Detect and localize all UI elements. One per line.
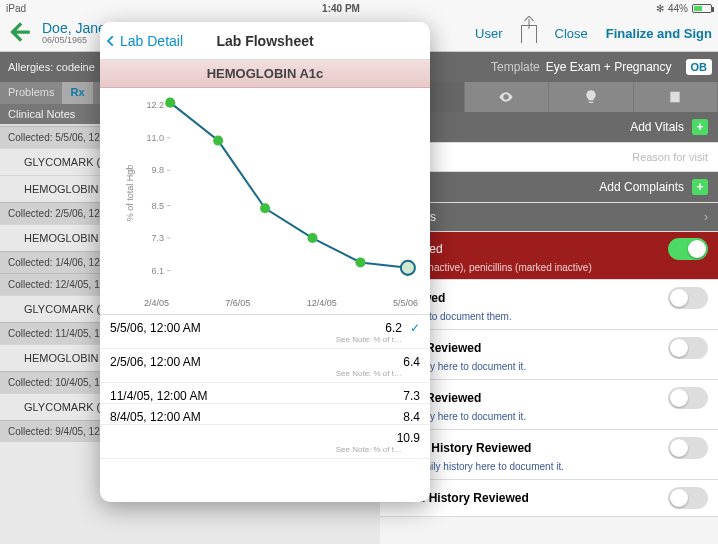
add-complaints-row[interactable]: Add Complaints + [380,172,718,203]
close-button[interactable]: Close [555,26,588,41]
family-history-row[interactable]: Family History Reviewed Drag family hist… [380,430,718,480]
seg-calendar-icon[interactable] [634,82,719,112]
allergies-reviewed-row[interactable]: Reviewed marked inactive), penicillins (… [380,232,718,280]
popover-back-button[interactable]: Lab Detail [100,33,183,49]
device-label: iPad [6,3,26,14]
flowsheet-row[interactable]: 10.9See Note: % of t… [100,425,430,459]
toggle-switch[interactable] [668,487,708,509]
systems-row[interactable]: Systems › [380,203,718,232]
toggle-switch[interactable] [668,287,708,309]
patient-block[interactable]: Doe, Jane 06/05/1965 [42,21,106,46]
svg-point-14 [260,203,270,213]
svg-text:8.5: 8.5 [152,201,165,211]
allergies-value[interactable]: codeine [56,61,95,73]
reviewed-row[interactable]: istory Reviewedcal history here to docum… [380,380,718,430]
encounter-panel: Add Vitals + Visit Reason for visit Add … [380,82,718,544]
svg-text:6.1: 6.1 [152,266,165,276]
patient-name: Doe, Jane [42,21,106,36]
svg-point-16 [355,257,365,267]
chart-ylabel: % of total Hgb [125,165,135,222]
svg-text:9.8: 9.8 [152,165,165,175]
finalize-button[interactable]: Finalize and Sign [606,26,712,41]
toggle-switch[interactable] [668,238,708,260]
chart-xlabels: 2/4/057/6/0512/4/055/5/06 [100,298,430,314]
flowsheet-row[interactable]: 8/4/05, 12:00 AM8.4 [100,404,430,425]
svg-point-17 [401,261,415,275]
template-label: Template [491,60,540,74]
seg-eye-icon[interactable] [465,82,550,112]
flowsheet-row[interactable]: 5/5/06, 12:00 AM6.2See Note: % of t… [100,315,430,349]
add-vitals-label: Add Vitals [630,120,684,134]
patient-dob: 06/05/1965 [42,36,106,46]
lab-flowsheet-popover: Lab Detail Lab Flowsheet HEMOGLOBIN A1c … [100,22,430,502]
line-chart: 6.17.38.59.811.012.2 [140,96,422,294]
battery-icon [692,4,712,13]
tab-rx[interactable]: Rx [62,82,92,104]
back-arrow-icon[interactable] [6,19,32,48]
chart-data-list[interactable]: 5/5/06, 12:00 AM6.2See Note: % of t…2/5/… [100,314,430,502]
bluetooth-icon: ✻ [656,3,664,14]
visit-hint: Reason for visit [632,151,708,163]
allergies-reviewed-sub: marked inactive), penicillins (marked in… [390,262,708,273]
ob-badge[interactable]: OB [686,59,713,75]
template-value[interactable]: Eye Exam + Pregnancy [546,60,672,74]
reviewed-row[interactable]: istory Reviewedcal history here to docum… [380,330,718,380]
svg-point-13 [213,136,223,146]
seg-bulb-icon[interactable] [549,82,634,112]
user-label[interactable]: User [475,26,502,41]
chart-area: % of total Hgb 6.17.38.59.811.012.2 [100,88,430,298]
social-history-row[interactable]: Social History Reviewed [380,480,718,517]
ipad-statusbar: iPad 1:40 PM ✻ 44% [0,0,718,16]
svg-text:11.0: 11.0 [147,133,165,143]
visit-row[interactable]: Visit Reason for visit [380,143,718,172]
plus-icon: + [692,119,708,135]
popover-back-label: Lab Detail [120,33,183,49]
chart-title: HEMOGLOBIN A1c [100,60,430,88]
svg-text:12.2: 12.2 [147,100,165,110]
allergies-label: Allergies: [8,61,53,73]
flowsheet-row[interactable]: 2/5/06, 12:00 AM6.4See Note: % of t… [100,349,430,383]
plus-icon: + [692,179,708,195]
flowsheet-row[interactable]: 11/4/05, 12:00 AM7.3 [100,383,430,404]
svg-text:7.3: 7.3 [152,233,165,243]
chevron-right-icon: › [704,210,708,224]
reviewed-row[interactable]: Reviewedms here to document them. [380,280,718,330]
tab-problems[interactable]: Problems [0,82,62,104]
add-vitals-row[interactable]: Add Vitals + [380,112,718,143]
clock: 1:40 PM [26,3,656,14]
popover-header: Lab Detail Lab Flowsheet [100,22,430,60]
svg-point-12 [165,98,175,108]
svg-point-15 [307,233,317,243]
share-icon[interactable] [521,25,537,43]
toggle-switch[interactable] [668,337,708,359]
segment-control [380,82,718,112]
add-complaints-label: Add Complaints [599,180,684,194]
toggle-switch[interactable] [668,387,708,409]
toggle-switch[interactable] [668,437,708,459]
battery-pct: 44% [668,3,688,14]
